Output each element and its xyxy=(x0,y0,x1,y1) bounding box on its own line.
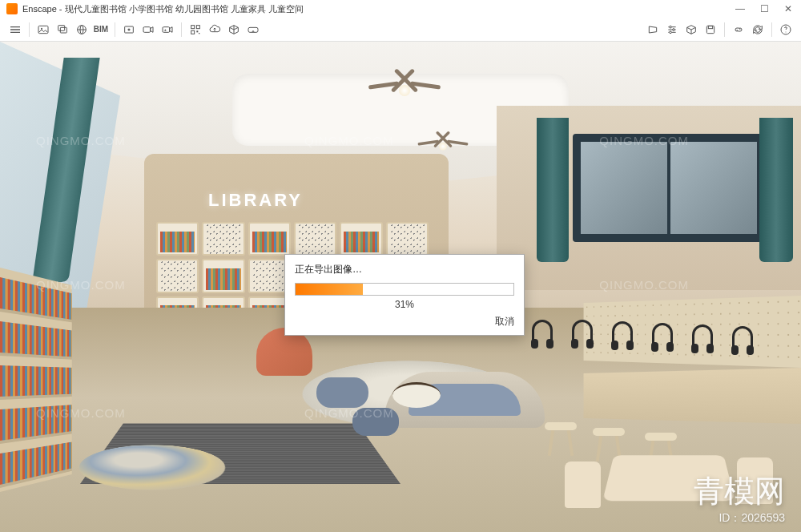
svg-rect-8 xyxy=(163,26,170,32)
cloud-upload-icon xyxy=(208,23,221,36)
svg-point-15 xyxy=(670,26,672,28)
cube-view-button[interactable] xyxy=(682,21,700,38)
svg-rect-3 xyxy=(60,27,66,33)
export-progress-dialog: 正在导出图像… 31% 取消 xyxy=(284,254,525,336)
menu-icon xyxy=(9,23,22,36)
svg-rect-19 xyxy=(708,26,712,28)
maximize-button[interactable]: ☐ xyxy=(758,3,771,14)
cube-icon xyxy=(685,23,698,36)
separator xyxy=(771,22,772,37)
sync-button[interactable] xyxy=(749,21,767,38)
svg-rect-9 xyxy=(191,25,195,28)
bim-button[interactable]: BIM xyxy=(92,21,110,38)
batch-render-button[interactable] xyxy=(54,21,71,38)
svg-point-16 xyxy=(673,28,675,30)
upload-button[interactable] xyxy=(206,21,223,38)
scene-side-bookshelf xyxy=(0,268,72,492)
window-titlebar: Enscape - 现代儿童图书馆 小学图书馆 幼儿园图书馆 儿童家具 儿童空间… xyxy=(0,0,801,18)
svg-rect-7 xyxy=(143,26,151,32)
separator xyxy=(181,22,182,37)
scene-stool xyxy=(545,422,577,456)
favorite-view-button[interactable] xyxy=(120,21,138,38)
link-icon xyxy=(732,23,745,36)
scene-headphone-icon xyxy=(692,324,713,349)
render-viewport[interactable]: LIBRARY QINGMO.COM QINGMO. xyxy=(0,42,801,532)
scene-headphone-icon xyxy=(532,320,553,344)
link-button[interactable] xyxy=(730,21,747,38)
stack-icon xyxy=(56,23,69,36)
video-button[interactable] xyxy=(139,21,157,38)
scene-window-right xyxy=(573,134,765,242)
toolbar-left: BIM xyxy=(6,21,262,38)
scene-desk xyxy=(584,368,801,424)
scene-curtain xyxy=(759,118,793,262)
panorama-button[interactable] xyxy=(73,21,91,38)
progress-percent: 31% xyxy=(295,299,514,310)
minimize-button[interactable]: — xyxy=(734,3,747,14)
video-export-icon xyxy=(161,23,174,36)
watermark-id: ID：2026593 xyxy=(718,511,785,526)
sync-icon xyxy=(751,23,764,36)
scene-ottoman xyxy=(316,377,368,408)
scene-kids-chair xyxy=(565,461,601,508)
window-title: Enscape - 现代儿童图书馆 小学图书馆 幼儿园图书馆 儿童家具 儿童空间 xyxy=(22,3,304,15)
scene-library-sign: LIBRARY xyxy=(208,190,303,211)
video-icon xyxy=(142,23,155,36)
progress-bar-fill xyxy=(296,284,363,295)
box-export-icon xyxy=(227,23,240,36)
svg-rect-2 xyxy=(58,25,65,30)
video-export-button[interactable] xyxy=(159,21,176,38)
scene-headphone-icon xyxy=(612,321,633,345)
export-button[interactable] xyxy=(225,21,243,38)
globe-icon xyxy=(75,23,88,36)
svg-rect-14 xyxy=(248,27,258,32)
perspective-button[interactable] xyxy=(644,21,662,38)
separator xyxy=(29,22,30,37)
scene-coffee-table xyxy=(392,382,441,408)
separator xyxy=(115,22,115,37)
svg-point-17 xyxy=(670,31,672,34)
watermark-brand: 青模网 xyxy=(694,471,785,512)
sliders-icon xyxy=(666,23,678,36)
scene-headphone-icon xyxy=(652,323,673,347)
svg-rect-11 xyxy=(191,30,195,34)
toolbar: BIM xyxy=(0,18,801,42)
perspective-icon xyxy=(646,23,659,36)
qr-button[interactable] xyxy=(187,21,204,38)
settings-button[interactable] xyxy=(663,21,681,38)
save-view-button[interactable] xyxy=(702,21,719,38)
qr-icon xyxy=(189,23,202,36)
star-view-icon xyxy=(123,23,135,36)
window-controls: — ☐ ✕ xyxy=(734,3,795,14)
app-icon xyxy=(6,3,18,14)
svg-rect-0 xyxy=(38,26,48,33)
scene-ceiling-fan xyxy=(368,80,441,99)
cancel-button[interactable]: 取消 xyxy=(295,315,514,328)
scene-headphone-icon xyxy=(572,320,593,344)
separator xyxy=(724,22,725,37)
svg-rect-13 xyxy=(199,33,199,34)
svg-rect-12 xyxy=(196,30,198,32)
window-title-area: Enscape - 现代儿童图书馆 小学图书馆 幼儿园图书馆 儿童家具 儿童空间 xyxy=(6,3,304,15)
vr-button[interactable] xyxy=(244,21,262,38)
scene-curtain xyxy=(537,118,569,262)
toolbar-right xyxy=(644,21,795,38)
svg-rect-18 xyxy=(706,26,714,33)
scene-ceiling-fan xyxy=(418,139,469,153)
bim-label: BIM xyxy=(94,25,108,34)
close-button[interactable]: ✕ xyxy=(782,3,795,14)
dialog-title: 正在导出图像… xyxy=(295,263,514,276)
vr-icon xyxy=(247,23,260,36)
scene-ottoman xyxy=(352,408,399,436)
progress-bar xyxy=(295,283,514,296)
save-icon xyxy=(704,23,717,36)
image-icon xyxy=(37,23,50,36)
menu-button[interactable] xyxy=(6,21,24,38)
help-icon xyxy=(779,23,792,36)
screenshot-button[interactable] xyxy=(34,21,52,38)
scene-headphone-icon xyxy=(732,326,753,350)
help-button[interactable] xyxy=(777,21,795,38)
svg-rect-10 xyxy=(196,25,199,28)
